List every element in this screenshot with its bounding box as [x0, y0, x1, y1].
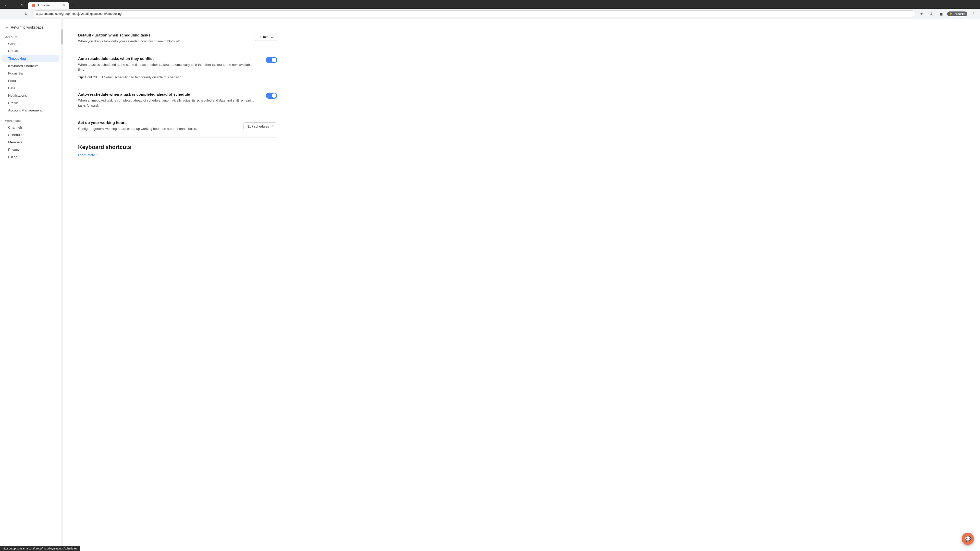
sidebar-item-notifications[interactable]: Notifications: [0, 92, 61, 99]
address-bar-row: ← → ↻ app.sunsama.com/group/moodjoy/sett…: [0, 9, 980, 19]
chat-fab-button[interactable]: 💬: [962, 533, 974, 545]
app-layout: ← Return to workspace Account General Ri…: [0, 19, 980, 551]
workspace-section-label: Workspace: [0, 117, 61, 124]
duration-dropdown[interactable]: 30 min ⌄: [255, 33, 277, 41]
download-button[interactable]: ⇓: [928, 10, 935, 17]
tab-close-button[interactable]: ✕: [63, 3, 65, 7]
back-nav-button[interactable]: ←: [3, 10, 10, 17]
sidebar-scrollbar[interactable]: [61, 19, 63, 551]
auto-reschedule-completed-desc: When a timeboxed task is completed ahead…: [78, 98, 256, 108]
auto-reschedule-conflict-tip: Tip: Hold "SHIFT" when scheduling to tem…: [78, 75, 256, 80]
auto-reschedule-conflict-desc: When a task is scheduled at the same tim…: [78, 62, 256, 72]
active-tab[interactable]: Sunsama ✕: [28, 2, 69, 9]
menu-button[interactable]: ⋮: [970, 10, 977, 17]
forward-nav-button[interactable]: →: [13, 10, 20, 17]
working-hours-desc: Configure general working hours or set u…: [78, 126, 233, 131]
sidebar-item-schedules[interactable]: Schedules: [0, 131, 61, 138]
auto-reschedule-conflict-section: Auto-reschedule tasks when they conflict…: [78, 50, 277, 86]
return-to-workspace-link[interactable]: ← Return to workspace: [0, 23, 61, 33]
browser-chrome: ‹ › ↻ Sunsama ✕ +: [0, 0, 980, 9]
bookmark-button[interactable]: ★: [918, 10, 925, 17]
auto-reschedule-conflict-toggle[interactable]: [266, 57, 277, 63]
working-hours-row: Set up your working hours Configure gene…: [78, 121, 277, 131]
chevron-down-icon: ⌄: [270, 35, 273, 39]
auto-reschedule-completed-row: Auto-reschedule when a task is completed…: [78, 92, 277, 108]
working-hours-section: Set up your working hours Configure gene…: [78, 114, 277, 138]
main-content: Default duration when scheduling tasks W…: [63, 19, 293, 551]
chat-icon: 💬: [965, 536, 971, 542]
sidebar-item-rituals[interactable]: Rituals: [0, 48, 61, 55]
tab-title: Sunsama: [37, 3, 50, 7]
default-duration-row: Default duration when scheduling tasks W…: [78, 33, 277, 44]
auto-reschedule-completed-toggle[interactable]: [266, 93, 277, 99]
sidebar-item-privacy[interactable]: Privacy: [0, 146, 61, 153]
learn-more-label: Learn more: [78, 153, 95, 157]
working-hours-title: Set up your working hours: [78, 121, 233, 125]
sidebar-item-channels[interactable]: Channels: [0, 124, 61, 131]
tip-text: Hold "SHIFT" when scheduling to temporar…: [85, 75, 183, 79]
sidebar-item-keyboard-shortcuts[interactable]: Keyboard Shortcuts: [0, 62, 61, 70]
sidebar: ← Return to workspace Account General Ri…: [0, 19, 61, 551]
sidebar-item-account-management[interactable]: Account Management: [0, 106, 61, 114]
incognito-badge: 🕵 Incognito: [947, 11, 967, 16]
default-duration-info: Default duration when scheduling tasks W…: [78, 33, 245, 44]
auto-reschedule-conflict-info: Auto-reschedule tasks when they conflict…: [78, 56, 256, 80]
sidebar-item-general[interactable]: General: [0, 40, 61, 48]
keyboard-shortcuts-section: Keyboard shortcuts Learn more ↗: [78, 138, 277, 163]
tab-bar: ‹ › ↻ Sunsama ✕ +: [2, 2, 978, 9]
default-duration-title: Default duration when scheduling tasks: [78, 33, 245, 37]
auto-reschedule-completed-info: Auto-reschedule when a task is completed…: [78, 92, 256, 108]
back-arrow-icon: ←: [5, 25, 9, 29]
incognito-icon: 🕵: [949, 12, 953, 16]
new-tab-button[interactable]: +: [69, 2, 76, 9]
auto-reschedule-completed-title: Auto-reschedule when a task is completed…: [78, 92, 256, 97]
learn-more-icon: ↗: [96, 153, 99, 157]
default-duration-section: Default duration when scheduling tasks W…: [78, 27, 277, 50]
working-hours-info: Set up your working hours Configure gene…: [78, 121, 233, 131]
auto-reschedule-completed-section: Auto-reschedule when a task is completed…: [78, 86, 277, 114]
sidebar-item-focus-bar[interactable]: Focus Bar: [0, 70, 61, 77]
account-section-label: Account: [0, 33, 61, 40]
default-duration-desc: When you drag a task onto your calendar,…: [78, 39, 245, 44]
sidebar-item-profile[interactable]: Profile: [0, 99, 61, 106]
sidebar-item-members[interactable]: Members: [0, 138, 61, 146]
tab-favicon: [32, 3, 35, 7]
scrollbar-thumb[interactable]: [61, 29, 63, 44]
back-button[interactable]: ‹: [2, 2, 9, 9]
incognito-label: Incognito: [954, 12, 965, 15]
auto-reschedule-conflict-row: Auto-reschedule tasks when they conflict…: [78, 56, 277, 80]
address-bar[interactable]: app.sunsama.com/group/moodjoy/settings/a…: [32, 11, 915, 17]
keyboard-shortcuts-title: Keyboard shortcuts: [78, 144, 277, 151]
extensions-button[interactable]: ▣: [937, 10, 945, 17]
url-text: app.sunsama.com/group/moodjoy/settings/a…: [36, 12, 122, 16]
tip-label: Tip:: [78, 75, 84, 79]
reload-button[interactable]: ↻: [18, 2, 25, 9]
status-url: https://app.sunsama.com/group/moodjoy/se…: [3, 547, 77, 550]
forward-button[interactable]: ›: [10, 2, 18, 9]
edit-schedules-label: Edit schedules: [247, 124, 269, 128]
auto-reschedule-conflict-title: Auto-reschedule tasks when they conflict: [78, 56, 256, 61]
duration-value: 30 min: [259, 35, 269, 39]
reload-nav-button[interactable]: ↻: [22, 10, 30, 17]
sidebar-item-focus[interactable]: Focus: [0, 77, 61, 84]
external-link-icon: ↗: [270, 124, 273, 128]
sidebar-item-beta[interactable]: Beta: [0, 84, 61, 92]
status-bar: https://app.sunsama.com/group/moodjoy/se…: [0, 546, 80, 551]
sidebar-item-timeboxing[interactable]: Timeboxing: [2, 55, 59, 62]
toggle-thumb: [272, 58, 277, 62]
toggle-thumb-2: [272, 94, 277, 98]
sidebar-item-billing[interactable]: Billing: [0, 153, 61, 161]
edit-schedules-button[interactable]: Edit schedules ↗: [243, 122, 277, 130]
return-label: Return to workspace: [11, 25, 43, 29]
learn-more-link[interactable]: Learn more ↗: [78, 153, 99, 157]
